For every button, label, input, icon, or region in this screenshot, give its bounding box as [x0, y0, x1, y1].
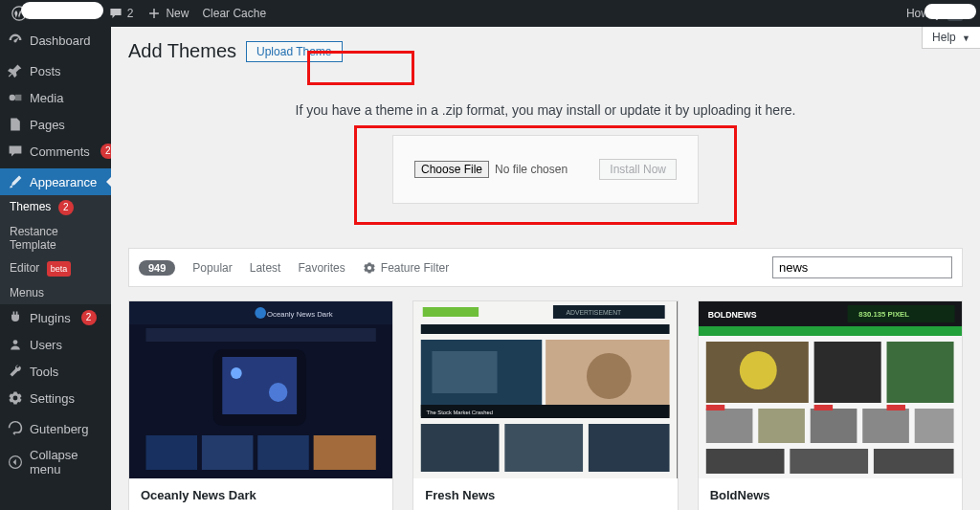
svg-rect-14 [202, 435, 254, 470]
svg-rect-43 [810, 409, 857, 443]
comments-badge: 2 [100, 144, 111, 159]
svg-rect-21 [421, 324, 670, 334]
svg-rect-30 [589, 424, 670, 472]
help-label: Help [932, 31, 956, 44]
svg-rect-49 [705, 405, 724, 410]
clear-cache-label: Clear Cache [202, 7, 266, 20]
theme-name-label: Fresh News [413, 478, 677, 510]
clear-cache-button[interactable]: Clear Cache [196, 0, 272, 27]
theme-card[interactable]: Oceanly News Dark Oceanly News Dark [128, 300, 393, 510]
tools-icon [8, 364, 23, 379]
themes-grid: Oceanly News Dark Oceanly News Dark [128, 300, 963, 510]
filter-popular[interactable]: Popular [192, 261, 232, 275]
svg-rect-51 [886, 405, 904, 410]
sidebar-label: Appearance [30, 175, 97, 189]
comment-icon [108, 6, 123, 21]
redacted-mask [21, 2, 103, 19]
svg-text:ADVERTISEMENT: ADVERTISEMENT [567, 309, 622, 316]
help-button[interactable]: Help ▼ [922, 27, 980, 49]
sidebar-label: Gutenberg [30, 422, 88, 436]
svg-point-38 [739, 351, 776, 389]
sidebar-item-pages[interactable]: Pages [0, 111, 111, 138]
theme-name-label: BoldNews [699, 478, 962, 510]
svg-rect-41 [705, 409, 752, 443]
plus-icon [146, 6, 162, 21]
plugin-icon [8, 310, 23, 325]
svg-rect-47 [790, 449, 868, 474]
theme-thumbnail: Oceanly News Dark [129, 301, 392, 478]
theme-thumbnail: ADVERTISEMENT The Stock Market Crashed [413, 301, 677, 478]
editor-beta-badge: beta [47, 261, 72, 277]
svg-rect-46 [705, 449, 784, 474]
svg-text:Oceanly News Dark: Oceanly News Dark [267, 310, 333, 319]
sidebar-item-tools[interactable]: Tools [0, 358, 111, 385]
sidebar-label: Collapse menu [30, 448, 103, 477]
sidebar-label: Posts [30, 64, 61, 78]
svg-rect-48 [874, 449, 954, 474]
sidebar-item-media[interactable]: Media [0, 84, 111, 111]
theme-name-label: Oceanly News Dark [129, 478, 392, 510]
svg-rect-40 [886, 342, 953, 403]
svg-rect-36 [699, 326, 962, 336]
theme-card[interactable]: ADVERTISEMENT The Stock Market Crashed F… [412, 300, 678, 510]
plugins-badge: 2 [81, 310, 97, 325]
sidebar-item-appearance[interactable]: Appearance [0, 168, 111, 195]
svg-text:830.135 PIXEL: 830.135 PIXEL [858, 310, 909, 319]
svg-point-11 [231, 367, 242, 379]
svg-text:The Stock Market Crashed: The Stock Market Crashed [427, 410, 493, 415]
sub-label: Menus [10, 286, 44, 299]
sub-item-editor[interactable]: Editor beta [0, 256, 111, 281]
filter-favorites[interactable]: Favorites [298, 261, 345, 275]
sidebar-label: Tools [30, 365, 58, 379]
theme-card[interactable]: BOLDNEWS 830.135 PIXEL [698, 300, 963, 510]
svg-point-1 [10, 95, 15, 100]
upload-instruction-text: If you have a theme in a .zip format, yo… [128, 102, 963, 118]
svg-rect-29 [505, 424, 584, 472]
content-area: Help ▼ Add Themes Upload Theme If you ha… [111, 27, 980, 510]
sidebar-item-dashboard[interactable]: Dashboard [0, 27, 111, 54]
sidebar-label: Dashboard [30, 33, 91, 48]
sidebar-label: Users [30, 338, 62, 352]
sidebar-item-posts[interactable]: Posts [0, 57, 111, 84]
svg-rect-23 [433, 351, 498, 393]
filter-latest[interactable]: Latest [250, 261, 281, 275]
theme-thumbnail: BOLDNEWS 830.135 PIXEL [699, 301, 962, 478]
sidebar-label: Media [30, 91, 63, 105]
sidebar-item-settings[interactable]: Settings [0, 385, 111, 411]
svg-rect-45 [914, 409, 953, 443]
sub-item-menus[interactable]: Menus [0, 281, 111, 304]
dashboard-icon [8, 33, 23, 48]
appearance-submenu: Themes 2 Restance Template Editor beta M… [0, 195, 111, 304]
new-button[interactable]: New [141, 0, 194, 27]
search-themes-input[interactable] [772, 256, 952, 278]
theme-count: 949 [139, 260, 175, 276]
sub-item-restance[interactable]: Restance Template [0, 220, 111, 256]
sub-label: Editor [10, 261, 39, 275]
svg-point-2 [13, 340, 18, 344]
sidebar-item-collapse[interactable]: Collapse menu [0, 442, 111, 482]
comment-icon [8, 144, 23, 159]
page-icon [8, 117, 23, 132]
svg-rect-8 [146, 328, 376, 342]
gutenberg-icon [8, 421, 23, 436]
new-label: New [166, 7, 189, 20]
sidebar-item-users[interactable]: Users [0, 331, 111, 358]
sidebar-item-gutenberg[interactable]: Gutenberg [0, 415, 111, 442]
sub-item-themes[interactable]: Themes 2 [0, 195, 111, 220]
sidebar-item-plugins[interactable]: Plugins 2 [0, 304, 111, 331]
svg-point-6 [255, 307, 266, 319]
choose-file-button[interactable]: Choose File [414, 161, 489, 178]
pin-icon [8, 63, 23, 78]
install-now-button[interactable]: Install Now [599, 159, 677, 180]
svg-rect-50 [813, 405, 832, 410]
upload-theme-button[interactable]: Upload Theme [246, 41, 343, 62]
feature-filter-button[interactable]: Feature Filter [363, 261, 449, 275]
chevron-down-icon: ▼ [962, 33, 970, 43]
page-title: Add Themes [128, 40, 236, 62]
comments-button[interactable]: 2 [102, 0, 140, 27]
theme-filter-bar: 949 Popular Latest Favorites Feature Fil… [128, 248, 963, 287]
sidebar-item-comments[interactable]: Comments 2 [0, 138, 111, 165]
svg-rect-39 [813, 342, 880, 403]
admin-sidebar: Dashboard Posts Media Pages Comments 2 [0, 27, 111, 510]
svg-rect-10 [222, 357, 297, 414]
